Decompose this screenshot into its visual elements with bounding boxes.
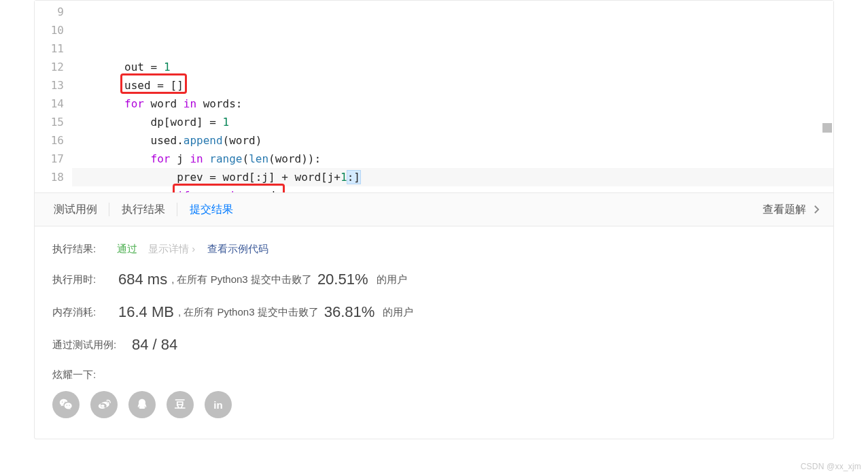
exec-result-row: 执行结果: 通过 显示详情 › 查看示例代码 — [52, 243, 816, 256]
code-line-15[interactable]: prev = word[:j] + word[j+1:] — [72, 168, 833, 186]
exec-time-row: 执行用时: 684 ms , 在所有 Python3 提交中击败了 20.51%… — [52, 271, 816, 288]
status-pass: 通过 — [117, 243, 137, 256]
main-container: 9101112131415161718 out = 1 used = [] fo… — [34, 0, 834, 439]
testcases-label: 通过测试用例: — [52, 339, 131, 352]
douban-icon[interactable]: 豆 — [167, 391, 194, 418]
chevron-right-icon — [810, 203, 822, 216]
wechat-icon[interactable] — [52, 391, 80, 418]
memory-row: 内存消耗: 16.4 MB , 在所有 Python3 提交中击败了 36.81… — [52, 303, 816, 321]
exec-time-suffix: 的用户 — [377, 273, 407, 286]
share-label-row: 炫耀一下: — [52, 369, 816, 382]
code-content[interactable]: out = 1 used = [] for word in words: dp[… — [72, 1, 833, 192]
memory-percent: 36.81% — [324, 303, 375, 321]
code-line-13[interactable]: used.append(word) — [72, 131, 833, 150]
exec-result-label: 执行结果: — [52, 243, 117, 256]
view-solution-label: 查看题解 — [763, 203, 806, 217]
code-line-12[interactable]: dp[word] = 1 — [72, 113, 833, 131]
memory-label: 内存消耗: — [52, 306, 117, 319]
code-line-9[interactable]: out = 1 — [72, 58, 833, 76]
memory-prefix: , 在所有 Python3 提交中击败了 — [178, 306, 319, 319]
view-solution-link[interactable]: 查看题解 — [763, 203, 827, 217]
weibo-icon[interactable] — [90, 391, 118, 418]
memory-value: 16.4 MB — [118, 303, 174, 321]
testcases-value: 84 / 84 — [132, 336, 177, 354]
watermark: CSDN @xx_xjm — [801, 462, 861, 471]
tab-runresult[interactable]: 执行结果 — [109, 193, 177, 226]
exec-time-prefix: , 在所有 Python3 提交中击败了 — [171, 273, 312, 286]
tab-testcase[interactable]: 测试用例 — [41, 193, 109, 226]
code-editor[interactable]: 9101112131415161718 out = 1 used = [] fo… — [35, 1, 833, 192]
show-detail-link[interactable]: 显示详情 › — [148, 243, 195, 256]
code-line-11[interactable]: for word in words: — [72, 95, 833, 113]
line-number-gutter: 9101112131415161718 — [35, 1, 72, 192]
linkedin-icon[interactable]: in — [205, 391, 232, 418]
code-line-10[interactable]: used = [] — [72, 76, 833, 95]
exec-time-label: 执行用时: — [52, 273, 117, 286]
testcases-row: 通过测试用例: 84 / 84 — [52, 336, 816, 354]
example-code-link[interactable]: 查看示例代码 — [207, 243, 268, 256]
exec-time-percent: 20.51% — [317, 271, 368, 288]
qq-icon[interactable] — [128, 391, 156, 418]
result-tabs: 测试用例 执行结果 提交结果 查看题解 — [35, 192, 833, 226]
share-label: 炫耀一下: — [52, 369, 117, 382]
tab-submitresult[interactable]: 提交结果 — [177, 193, 245, 226]
code-line-16[interactable]: if prev in used: — [72, 186, 833, 192]
share-icons-row: 豆 in — [52, 391, 816, 418]
exec-time-value: 684 ms — [118, 271, 167, 288]
result-panel: 执行结果: 通过 显示详情 › 查看示例代码 执行用时: 684 ms , 在所… — [35, 226, 833, 439]
memory-suffix: 的用户 — [383, 306, 413, 319]
code-line-14[interactable]: for j in range(len(word)): — [72, 150, 833, 168]
